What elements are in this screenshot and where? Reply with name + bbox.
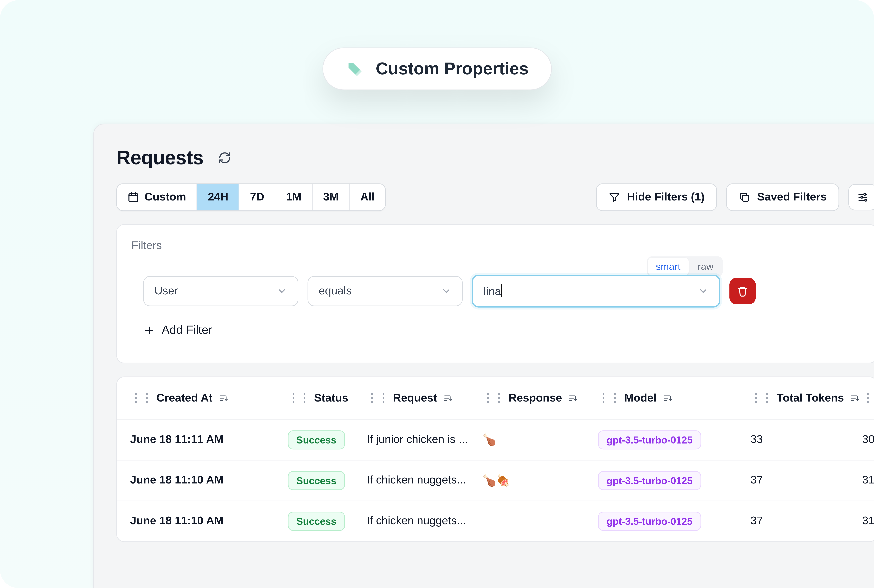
cell-extra: 31 — [862, 514, 874, 528]
time-range-3m[interactable]: 3M — [313, 184, 350, 210]
grip-icon: ⋮⋮ — [482, 391, 505, 405]
add-filter-label: Add Filter — [162, 323, 212, 337]
time-range-segmented: Custom 24H 7D 1M 3M All — [116, 183, 386, 211]
plus-icon — [143, 324, 155, 336]
calendar-icon — [127, 191, 139, 203]
add-filter-button[interactable]: Add Filter — [143, 323, 212, 337]
grip-icon: ⋮⋮ — [751, 391, 773, 405]
tags-icon — [345, 60, 364, 78]
svg-point-2 — [864, 193, 866, 195]
saved-filters-button[interactable]: Saved Filters — [726, 183, 839, 211]
cell-request: If chicken nuggets... — [367, 474, 482, 487]
cell-total-tokens: 37 — [751, 474, 862, 487]
time-range-custom[interactable]: Custom — [117, 184, 197, 210]
cell-model: gpt-3.5-turbo-0125 — [598, 430, 751, 449]
cell-model: gpt-3.5-turbo-0125 — [598, 471, 751, 490]
filter-value-input[interactable]: lina — [472, 274, 720, 308]
cell-created-at: June 18 11:11 AM — [130, 433, 288, 446]
sort-icon — [851, 393, 860, 402]
grip-icon: ⋮⋮ — [130, 391, 153, 405]
grip-icon: ⋮⋮ — [598, 391, 620, 405]
settings-button[interactable] — [848, 184, 874, 210]
column-header-extra[interactable]: ⋮⋮ — [862, 391, 874, 405]
hide-filters-button[interactable]: Hide Filters (1) — [596, 183, 717, 211]
sliders-icon — [857, 191, 869, 203]
cell-request: If junior chicken is ... — [367, 433, 482, 446]
cell-total-tokens: 37 — [751, 514, 862, 528]
sort-icon — [663, 393, 672, 402]
grip-icon: ⋮⋮ — [288, 391, 310, 405]
cell-created-at: June 18 11:10 AM — [130, 474, 288, 487]
svg-point-3 — [861, 196, 863, 198]
cell-created-at: June 18 11:10 AM — [130, 514, 288, 528]
table-row[interactable]: June 18 11:10 AMSuccessIf chicken nugget… — [117, 459, 874, 500]
stage: Custom Properties Requests — [0, 0, 874, 588]
grip-icon: ⋮⋮ — [367, 391, 389, 405]
chevron-down-icon — [441, 286, 451, 296]
model-badge: gpt-3.5-turbo-0125 — [598, 471, 701, 490]
refresh-icon — [218, 151, 231, 164]
grip-icon: ⋮⋮ — [862, 391, 874, 405]
app-window: Requests Custom 2 — [93, 123, 874, 588]
refresh-button[interactable] — [215, 148, 234, 167]
svg-rect-0 — [129, 194, 138, 201]
svg-rect-1 — [743, 195, 749, 201]
funnel-icon — [609, 191, 620, 203]
filter-row-wrap: smart raw User equals — [131, 274, 862, 308]
column-header-status[interactable]: ⋮⋮ Status — [288, 391, 367, 405]
filter-mode-smart[interactable]: smart — [648, 258, 688, 275]
column-header-response[interactable]: ⋮⋮ Response — [482, 391, 598, 405]
page-title: Requests — [116, 147, 204, 169]
copy-icon — [739, 191, 751, 203]
table-row[interactable]: June 18 11:11 AMSuccessIf junior chicken… — [117, 419, 874, 459]
custom-properties-label: Custom Properties — [376, 58, 528, 79]
filters-card: Filters smart raw User equals — [116, 224, 874, 363]
requests-table: ⋮⋮ Created At ⋮⋮ Status ⋮⋮ Request — [116, 376, 874, 542]
column-header-total-tokens[interactable]: ⋮⋮ Total Tokens — [751, 391, 862, 405]
time-range-7d[interactable]: 7D — [239, 184, 275, 210]
cell-status: Success — [288, 512, 367, 531]
filter-operator-select[interactable]: equals — [308, 276, 463, 306]
status-badge: Success — [288, 471, 345, 490]
cell-response: 🍗 — [482, 432, 598, 446]
filter-field-select[interactable]: User — [143, 276, 298, 306]
filter-row: User equals lina — [143, 274, 862, 308]
saved-filters-label: Saved Filters — [757, 190, 827, 204]
filters-title: Filters — [131, 239, 862, 252]
cell-extra: 30 — [862, 433, 874, 446]
filter-operator-value: equals — [319, 284, 441, 298]
status-badge: Success — [288, 512, 345, 531]
chevron-down-icon — [277, 286, 287, 296]
time-range-custom-label: Custom — [144, 190, 186, 204]
cell-model: gpt-3.5-turbo-0125 — [598, 512, 751, 531]
table-row[interactable]: June 18 11:10 AMSuccessIf chicken nugget… — [117, 500, 874, 541]
column-header-created-at[interactable]: ⋮⋮ Created At — [130, 391, 288, 405]
column-header-request[interactable]: ⋮⋮ Request — [367, 391, 482, 405]
custom-properties-chip[interactable]: Custom Properties — [322, 47, 551, 90]
cell-extra: 31 — [862, 474, 874, 487]
svg-point-4 — [865, 199, 867, 201]
time-range-24h[interactable]: 24H — [197, 184, 239, 210]
sort-icon — [569, 393, 578, 402]
time-range-all[interactable]: All — [350, 184, 385, 210]
chevron-down-icon — [698, 286, 709, 296]
trash-icon — [737, 285, 748, 297]
toolbar: Custom 24H 7D 1M 3M All Hide Filters (1) — [116, 183, 874, 211]
delete-filter-button[interactable] — [730, 278, 755, 304]
filter-mode-toggle: smart raw — [647, 256, 723, 277]
status-badge: Success — [288, 430, 345, 449]
cell-status: Success — [288, 471, 367, 490]
time-range-1m[interactable]: 1M — [275, 184, 313, 210]
table-header: ⋮⋮ Created At ⋮⋮ Status ⋮⋮ Request — [117, 377, 874, 419]
cell-total-tokens: 33 — [751, 433, 862, 446]
cell-request: If chicken nuggets... — [367, 514, 482, 528]
sort-icon — [219, 393, 228, 402]
model-badge: gpt-3.5-turbo-0125 — [598, 430, 701, 449]
filter-field-value: User — [154, 284, 277, 298]
column-header-model[interactable]: ⋮⋮ Model — [598, 391, 751, 405]
page-header: Requests — [116, 147, 874, 169]
table-body: June 18 11:11 AMSuccessIf junior chicken… — [117, 419, 874, 541]
filter-mode-raw[interactable]: raw — [690, 258, 721, 275]
hide-filters-label: Hide Filters (1) — [627, 190, 705, 204]
cell-status: Success — [288, 430, 367, 449]
